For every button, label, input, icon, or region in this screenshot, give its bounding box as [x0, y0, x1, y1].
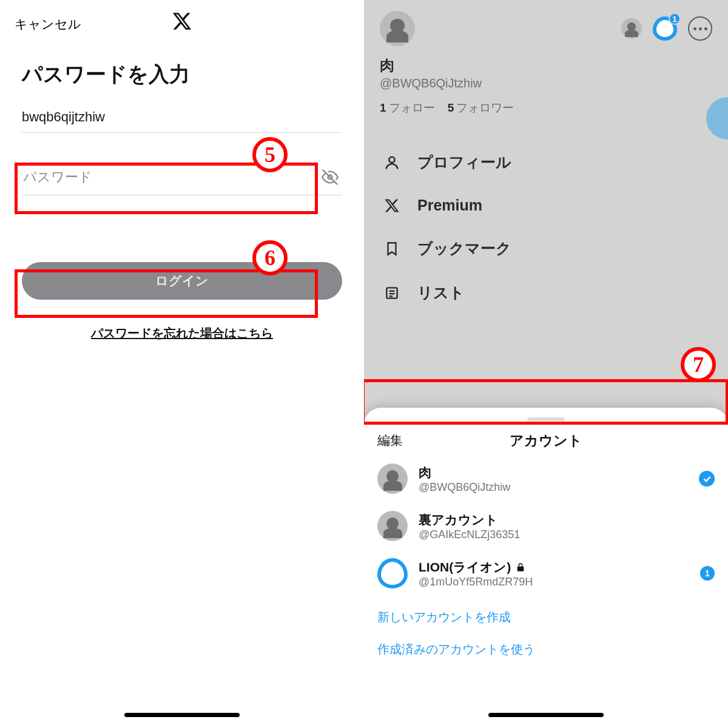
password-field-wrap: パスワード — [0, 160, 364, 195]
person-icon — [382, 154, 402, 171]
menu-item-profile[interactable]: プロフィール — [380, 140, 712, 184]
sheet-title: アカウント — [510, 431, 582, 450]
lock-icon — [516, 562, 525, 572]
menu-label: プロフィール — [417, 152, 511, 172]
secondary-avatar-icon[interactable] — [621, 18, 642, 39]
drawer-menu: プロフィール Premium ブックマーク リスト — [380, 140, 712, 315]
home-indicator — [488, 713, 604, 717]
menu-label: Premium — [417, 197, 482, 214]
egg-avatar-icon — [377, 558, 408, 588]
account-name: 肉 — [419, 464, 510, 481]
following-count[interactable]: 1 — [380, 101, 386, 114]
password-field[interactable]: パスワード — [22, 160, 342, 195]
drawer-top-row: 1 — [380, 11, 712, 46]
menu-item-lists[interactable]: リスト — [380, 271, 712, 315]
profile-name: 肉 — [380, 56, 712, 75]
account-row-2[interactable]: LION(ライオン) @1mUoYf5RmdZR79H 1 — [364, 550, 728, 597]
sheet-edit-button[interactable]: 編集 — [377, 432, 403, 449]
account-row-1[interactable]: 裏アカウント @GAIkEcNLZj36351 — [364, 502, 728, 550]
account-handle: @GAIkEcNLZj36351 — [419, 528, 520, 541]
sheet-header: 編集 アカウント — [364, 426, 728, 455]
cancel-button[interactable]: キャンセル — [15, 16, 81, 33]
eye-off-icon[interactable] — [322, 169, 339, 186]
account-avatar-icon — [377, 463, 408, 494]
sheet-grabber[interactable] — [527, 417, 565, 421]
selected-check-icon — [699, 471, 715, 487]
svg-point-2 — [389, 157, 394, 162]
follow-stats: 1フォロー 5フォロワー — [380, 100, 712, 116]
use-existing-account-link[interactable]: 作成済みのアカウントを使う — [364, 629, 728, 661]
login-header: キャンセル — [0, 0, 364, 42]
home-indicator — [124, 713, 240, 717]
menu-label: リスト — [417, 283, 465, 303]
account-notification-badge: 1 — [700, 566, 715, 581]
account-avatar-icon — [377, 511, 408, 541]
forgot-password-link[interactable]: パスワードを忘れた場合はこちら — [0, 325, 364, 342]
x-logo-icon — [172, 11, 192, 32]
username-field-wrap: bwqb6qijtzhiw — [0, 101, 364, 133]
profile-handle: @BWQB6QiJtzhiw — [380, 76, 712, 90]
followers-count[interactable]: 5 — [448, 101, 454, 114]
account-row-0[interactable]: 肉 @BWQB6QiJtzhiw — [364, 455, 728, 502]
menu-panel: 1 肉 @BWQB6QiJtzhiw 1フォロー 5フォロワー プロフィール — [364, 0, 728, 728]
page-title: パスワードを入力 — [0, 42, 364, 101]
account-name: LION(ライオン) — [419, 559, 533, 576]
account-handle: @BWQB6QiJtzhiw — [419, 481, 510, 494]
login-panel: キャンセル パスワードを入力 bwqb6qijtzhiw パスワード ログイン … — [0, 0, 364, 728]
x-icon — [382, 198, 402, 214]
list-icon — [382, 285, 402, 301]
menu-item-bookmarks[interactable]: ブックマーク — [380, 226, 712, 271]
opera-egg-icon[interactable]: 1 — [653, 16, 677, 41]
username-field[interactable]: bwqb6qijtzhiw — [22, 101, 342, 133]
menu-label: ブックマーク — [417, 238, 511, 258]
more-icon[interactable] — [688, 16, 712, 41]
profile-avatar[interactable] — [380, 11, 415, 46]
account-handle: @1mUoYf5RmdZR79H — [419, 576, 533, 588]
account-switcher-sheet: 編集 アカウント 肉 @BWQB6QiJtzhiw 裏アカウント @GAIkEc… — [364, 408, 728, 728]
drawer-top-icons: 1 — [621, 16, 712, 41]
login-button[interactable]: ログイン — [22, 262, 342, 300]
bookmark-icon — [382, 241, 402, 257]
notification-badge: 1 — [669, 13, 681, 25]
menu-item-premium[interactable]: Premium — [380, 184, 712, 226]
create-account-link[interactable]: 新しいアカウントを作成 — [364, 597, 728, 629]
account-name: 裏アカウント — [419, 511, 520, 528]
password-placeholder: パスワード — [23, 168, 92, 186]
